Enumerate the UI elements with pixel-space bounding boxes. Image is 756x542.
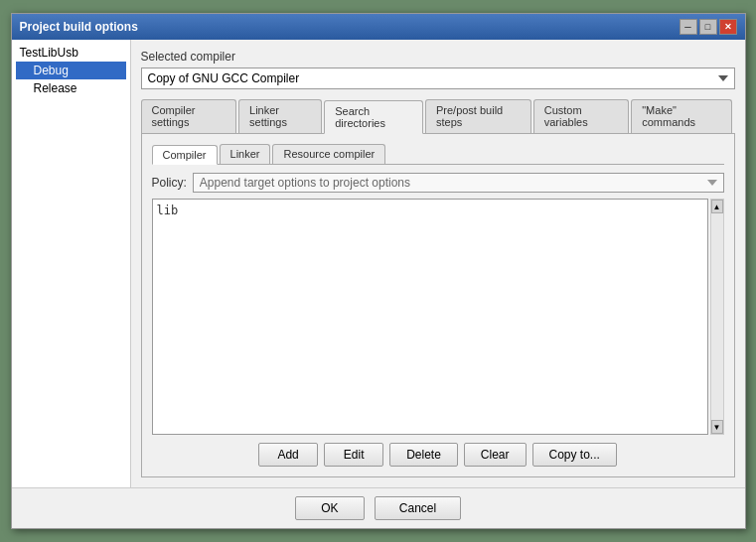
policy-select[interactable]: Append target options to project options [193,173,724,193]
tab-custom-variables[interactable]: Custom variables [533,99,630,133]
search-dirs-textarea[interactable]: lib [152,199,708,435]
tab-linker-settings[interactable]: Linker settings [238,99,322,133]
tree-item-testlibusb[interactable]: TestLibUsb [16,44,126,62]
tree-item-debug[interactable]: Debug [16,62,126,79]
tree-item-release[interactable]: Release [16,79,126,97]
tab-inner-resource-compiler[interactable]: Resource compiler [272,144,385,164]
scroll-track [711,213,723,420]
dialog-title: Project build options [20,20,138,34]
tab-search-directories[interactable]: Search directories [324,100,423,134]
policy-row: Policy: Append target options to project… [152,173,724,193]
cancel-button[interactable]: Cancel [375,496,461,520]
scroll-down-button[interactable]: ▼ [711,420,723,434]
right-panel: Selected compiler Copy of GNU GCC Compil… [131,40,745,487]
outer-tab-content: Compiler Linker Resource compiler Policy… [141,134,735,477]
dirs-row: lib ▲ ▼ [152,199,724,435]
edit-button[interactable]: Edit [324,443,383,467]
outer-tabs: Compiler settings Linker settings Search… [141,99,735,134]
delete-button[interactable]: Delete [389,443,458,467]
project-tree: TestLibUsb Debug Release [16,44,126,97]
inner-tab-content: Policy: Append target options to project… [152,173,724,467]
dialog-body: TestLibUsb Debug Release Selected compil… [12,40,745,487]
left-panel: TestLibUsb Debug Release [12,40,131,487]
tab-make-commands[interactable]: "Make" commands [631,99,732,133]
clear-button[interactable]: Clear [464,443,527,467]
minimize-button[interactable]: ─ [680,19,697,35]
tab-pre-post-build[interactable]: Pre/post build steps [425,99,531,133]
tab-inner-linker[interactable]: Linker [220,144,271,164]
add-button[interactable]: Add [258,443,318,467]
tab-compiler-settings[interactable]: Compiler settings [141,99,237,133]
action-buttons: Add Edit Delete Clear Copy to... [152,443,724,467]
title-bar-buttons: ─ □ ✕ [680,19,737,35]
scrollbar: ▲ ▼ [710,199,724,435]
compiler-label: Selected compiler [141,50,735,64]
tab-inner-compiler[interactable]: Compiler [152,145,218,165]
maximize-button[interactable]: □ [699,19,717,35]
ok-button[interactable]: OK [295,496,365,520]
scroll-up-button[interactable]: ▲ [711,200,723,213]
close-button[interactable]: ✕ [719,19,737,35]
inner-tabs: Compiler Linker Resource compiler [152,144,724,165]
compiler-select[interactable]: Copy of GNU GCC Compiler [141,68,735,89]
dialog-footer: OK Cancel [12,487,745,528]
title-bar: Project build options ─ □ ✕ [12,14,745,40]
project-build-options-dialog: Project build options ─ □ ✕ TestLibUsb D… [11,13,746,529]
policy-label: Policy: [152,176,187,190]
copy-to-button[interactable]: Copy to... [532,443,617,467]
